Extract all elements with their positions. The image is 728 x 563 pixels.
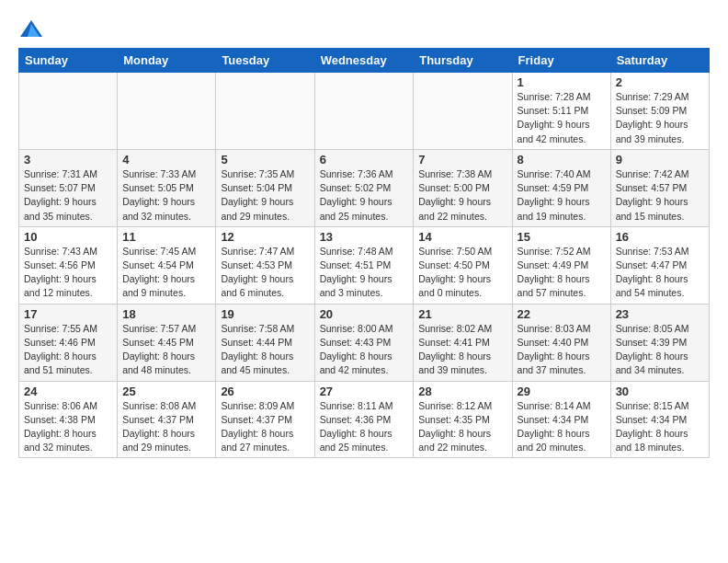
day-number: 24 — [24, 385, 112, 398]
day-cell: 29Sunrise: 8:14 AM Sunset: 4:34 PM Dayli… — [512, 381, 610, 458]
day-number: 14 — [418, 230, 506, 244]
day-info: Sunrise: 7:38 AM Sunset: 5:00 PM Dayligh… — [418, 167, 506, 224]
week-row-4: 17Sunrise: 7:55 AM Sunset: 4:46 PM Dayli… — [19, 304, 710, 381]
day-number: 9 — [616, 153, 704, 167]
day-info: Sunrise: 8:06 AM Sunset: 4:38 PM Dayligh… — [24, 399, 112, 455]
day-info: Sunrise: 7:50 AM Sunset: 4:50 PM Dayligh… — [418, 245, 506, 301]
day-cell: 28Sunrise: 8:12 AM Sunset: 4:35 PM Dayli… — [414, 381, 512, 458]
day-cell: 8Sunrise: 7:40 AM Sunset: 4:59 PM Daylig… — [512, 149, 610, 226]
weekday-header-tuesday: Tuesday — [216, 49, 314, 73]
weekday-header-monday: Monday — [118, 49, 216, 73]
day-number: 30 — [616, 385, 704, 398]
day-number: 7 — [418, 153, 506, 167]
day-number: 15 — [518, 230, 606, 244]
day-info: Sunrise: 7:40 AM Sunset: 4:59 PM Dayligh… — [518, 167, 606, 224]
day-cell: 20Sunrise: 8:00 AM Sunset: 4:43 PM Dayli… — [314, 304, 414, 381]
day-number: 16 — [616, 230, 704, 244]
day-info: Sunrise: 7:35 AM Sunset: 5:04 PM Dayligh… — [221, 167, 309, 224]
day-cell: 27Sunrise: 8:11 AM Sunset: 4:36 PM Dayli… — [314, 381, 414, 458]
weekday-header-thursday: Thursday — [414, 49, 512, 73]
day-info: Sunrise: 7:42 AM Sunset: 4:57 PM Dayligh… — [616, 167, 704, 224]
day-cell — [414, 73, 512, 150]
day-number: 20 — [320, 307, 409, 321]
weekday-header-sunday: Sunday — [19, 49, 118, 73]
week-row-3: 10Sunrise: 7:43 AM Sunset: 4:56 PM Dayli… — [19, 226, 710, 304]
day-number: 1 — [518, 75, 606, 89]
day-info: Sunrise: 8:00 AM Sunset: 4:43 PM Dayligh… — [320, 322, 409, 378]
day-cell: 11Sunrise: 7:45 AM Sunset: 4:54 PM Dayli… — [118, 226, 216, 304]
day-info: Sunrise: 7:48 AM Sunset: 4:51 PM Dayligh… — [320, 245, 409, 301]
day-info: Sunrise: 8:15 AM Sunset: 4:34 PM Dayligh… — [616, 399, 704, 455]
day-cell: 2Sunrise: 7:29 AM Sunset: 5:09 PM Daylig… — [610, 73, 709, 150]
day-info: Sunrise: 7:33 AM Sunset: 5:05 PM Dayligh… — [122, 167, 210, 224]
day-info: Sunrise: 7:31 AM Sunset: 5:07 PM Dayligh… — [24, 167, 112, 224]
day-cell: 5Sunrise: 7:35 AM Sunset: 5:04 PM Daylig… — [216, 149, 314, 226]
day-number: 10 — [24, 230, 112, 244]
day-cell — [118, 73, 216, 150]
day-number: 23 — [616, 307, 704, 321]
day-info: Sunrise: 7:29 AM Sunset: 5:09 PM Dayligh… — [616, 90, 704, 146]
day-cell: 10Sunrise: 7:43 AM Sunset: 4:56 PM Dayli… — [19, 226, 118, 304]
day-cell: 9Sunrise: 7:42 AM Sunset: 4:57 PM Daylig… — [610, 149, 709, 226]
day-cell: 3Sunrise: 7:31 AM Sunset: 5:07 PM Daylig… — [19, 149, 118, 226]
day-info: Sunrise: 7:52 AM Sunset: 4:49 PM Dayligh… — [518, 245, 606, 301]
day-cell — [314, 73, 414, 150]
day-number: 4 — [122, 153, 210, 167]
logo — [18, 17, 48, 42]
week-row-5: 24Sunrise: 8:06 AM Sunset: 4:38 PM Dayli… — [19, 381, 710, 458]
day-info: Sunrise: 7:53 AM Sunset: 4:47 PM Dayligh… — [616, 245, 704, 301]
day-cell: 25Sunrise: 8:08 AM Sunset: 4:37 PM Dayli… — [118, 381, 216, 458]
day-info: Sunrise: 7:55 AM Sunset: 4:46 PM Dayligh… — [24, 322, 112, 378]
day-cell: 12Sunrise: 7:47 AM Sunset: 4:53 PM Dayli… — [216, 226, 314, 304]
day-number: 28 — [418, 385, 506, 398]
day-cell: 4Sunrise: 7:33 AM Sunset: 5:05 PM Daylig… — [118, 149, 216, 226]
day-cell: 13Sunrise: 7:48 AM Sunset: 4:51 PM Dayli… — [314, 226, 414, 304]
day-cell: 17Sunrise: 7:55 AM Sunset: 4:46 PM Dayli… — [19, 304, 118, 381]
day-cell: 14Sunrise: 7:50 AM Sunset: 4:50 PM Dayli… — [414, 226, 512, 304]
day-number: 17 — [24, 307, 112, 321]
day-number: 12 — [221, 230, 309, 244]
calendar: SundayMondayTuesdayWednesdayThursdayFrid… — [18, 48, 710, 458]
day-info: Sunrise: 8:08 AM Sunset: 4:37 PM Dayligh… — [122, 399, 210, 455]
day-number: 25 — [122, 385, 210, 398]
day-info: Sunrise: 7:58 AM Sunset: 4:44 PM Dayligh… — [221, 322, 309, 378]
day-info: Sunrise: 7:36 AM Sunset: 5:02 PM Dayligh… — [320, 167, 409, 224]
day-info: Sunrise: 7:57 AM Sunset: 4:45 PM Dayligh… — [122, 322, 210, 378]
day-number: 3 — [24, 153, 112, 167]
day-number: 5 — [221, 153, 309, 167]
week-row-2: 3Sunrise: 7:31 AM Sunset: 5:07 PM Daylig… — [19, 149, 710, 226]
day-info: Sunrise: 8:14 AM Sunset: 4:34 PM Dayligh… — [518, 399, 606, 455]
day-cell: 16Sunrise: 7:53 AM Sunset: 4:47 PM Dayli… — [610, 226, 709, 304]
weekday-header-saturday: Saturday — [610, 49, 709, 73]
day-info: Sunrise: 7:43 AM Sunset: 4:56 PM Dayligh… — [24, 245, 112, 301]
day-number: 22 — [518, 307, 606, 321]
day-number: 18 — [122, 307, 210, 321]
day-cell: 24Sunrise: 8:06 AM Sunset: 4:38 PM Dayli… — [19, 381, 118, 458]
day-cell: 18Sunrise: 7:57 AM Sunset: 4:45 PM Dayli… — [118, 304, 216, 381]
day-number: 2 — [616, 75, 704, 89]
weekday-header-friday: Friday — [512, 49, 610, 73]
day-number: 29 — [518, 385, 606, 398]
day-number: 26 — [221, 385, 309, 398]
day-cell: 21Sunrise: 8:02 AM Sunset: 4:41 PM Dayli… — [414, 304, 512, 381]
day-number: 27 — [320, 385, 409, 398]
day-number: 21 — [418, 307, 506, 321]
day-cell: 7Sunrise: 7:38 AM Sunset: 5:00 PM Daylig… — [414, 149, 512, 226]
day-info: Sunrise: 8:09 AM Sunset: 4:37 PM Dayligh… — [221, 399, 309, 455]
weekday-header-row: SundayMondayTuesdayWednesdayThursdayFrid… — [19, 49, 710, 73]
header — [18, 9, 710, 42]
day-info: Sunrise: 7:47 AM Sunset: 4:53 PM Dayligh… — [221, 245, 309, 301]
day-info: Sunrise: 8:11 AM Sunset: 4:36 PM Dayligh… — [320, 399, 409, 455]
day-cell: 6Sunrise: 7:36 AM Sunset: 5:02 PM Daylig… — [314, 149, 414, 226]
day-info: Sunrise: 7:45 AM Sunset: 4:54 PM Dayligh… — [122, 245, 210, 301]
day-cell: 23Sunrise: 8:05 AM Sunset: 4:39 PM Dayli… — [610, 304, 709, 381]
day-cell: 1Sunrise: 7:28 AM Sunset: 5:11 PM Daylig… — [512, 73, 610, 150]
day-cell: 15Sunrise: 7:52 AM Sunset: 4:49 PM Dayli… — [512, 226, 610, 304]
day-cell: 30Sunrise: 8:15 AM Sunset: 4:34 PM Dayli… — [610, 381, 709, 458]
day-info: Sunrise: 8:12 AM Sunset: 4:35 PM Dayligh… — [418, 399, 506, 455]
day-cell: 26Sunrise: 8:09 AM Sunset: 4:37 PM Dayli… — [216, 381, 314, 458]
day-cell: 19Sunrise: 7:58 AM Sunset: 4:44 PM Dayli… — [216, 304, 314, 381]
day-info: Sunrise: 8:02 AM Sunset: 4:41 PM Dayligh… — [418, 322, 506, 378]
day-info: Sunrise: 8:03 AM Sunset: 4:40 PM Dayligh… — [518, 322, 606, 378]
week-row-1: 1Sunrise: 7:28 AM Sunset: 5:11 PM Daylig… — [19, 73, 710, 150]
